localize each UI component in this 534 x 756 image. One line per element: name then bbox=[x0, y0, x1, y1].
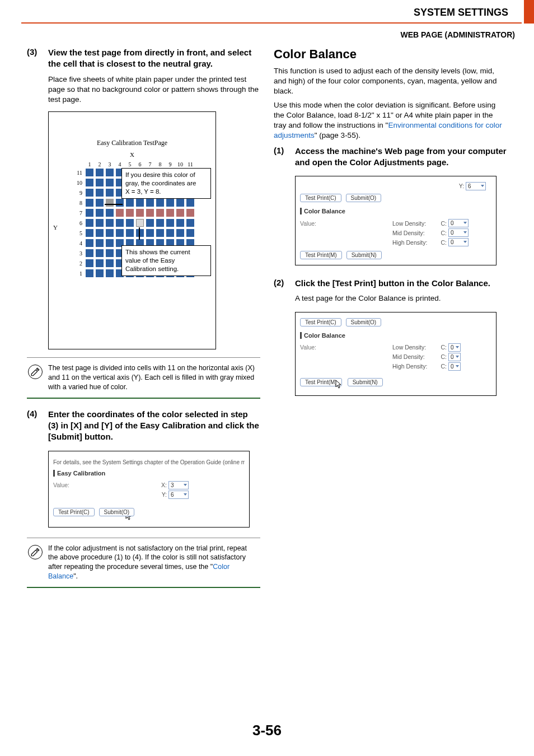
cb1-low-select[interactable]: 0 bbox=[448, 219, 469, 227]
cb1-mid-select[interactable]: 0 bbox=[448, 228, 469, 237]
step-3: (3) View the test page from directly in … bbox=[27, 47, 260, 70]
note-2-post: ". bbox=[73, 572, 78, 580]
cb-step-2-title: Click the [Test Print] button in the Col… bbox=[295, 278, 490, 289]
pencil-icon bbox=[28, 545, 43, 559]
callout-2-line: value of the Easy bbox=[125, 256, 207, 265]
callout-2: This shows the current value of the Easy… bbox=[121, 245, 211, 276]
cb1-mid-label: Mid Density: bbox=[392, 230, 439, 236]
cb1-y-select[interactable]: 6 bbox=[466, 182, 486, 190]
col-label: 2 bbox=[95, 161, 105, 167]
current-cell bbox=[136, 219, 144, 227]
callout-2-line: Calibration setting. bbox=[125, 265, 207, 273]
test-print-button[interactable]: Test Print(M) bbox=[300, 251, 342, 259]
easycal-x-value: 3 bbox=[171, 482, 174, 488]
cb-para-2: Use this mode when the color deviation i… bbox=[274, 100, 507, 141]
note-1-text: The test page is divided into cells with… bbox=[48, 363, 260, 392]
row-label: 4 bbox=[71, 240, 85, 246]
right-column: Color Balance This function is used to a… bbox=[274, 47, 507, 588]
cb-step-1-num: (1) bbox=[274, 146, 289, 169]
submit-button[interactable]: Submit(O) bbox=[346, 194, 382, 202]
color-balance-box-1: Y: 6 Test Print(C) Submit(O) Color Balan… bbox=[295, 176, 496, 265]
cb-step-2: (2) Click the [Test Print] button in the… bbox=[274, 278, 507, 289]
col-label: 11 bbox=[185, 161, 195, 167]
cb-step-1: (1) Access the machine's Web page from y… bbox=[274, 146, 507, 169]
cb1-low-value: 0 bbox=[451, 220, 454, 226]
easycal-value-label: Value: bbox=[53, 482, 160, 488]
cb2-mid-value: 0 bbox=[451, 354, 454, 360]
step-3-num: (3) bbox=[27, 47, 43, 70]
cb1-high-value: 0 bbox=[451, 239, 454, 245]
submit-button[interactable]: Submit(O) bbox=[99, 508, 135, 516]
testpage-illustration: Easy Calibration TestPage X Y 1 2 3 4 5 … bbox=[48, 111, 216, 349]
row-label: 10 bbox=[71, 180, 85, 186]
cb2-high-select[interactable]: 0 bbox=[448, 362, 461, 371]
cb1-heading: Color Balance bbox=[300, 208, 491, 214]
cb2-value-label: Value: bbox=[300, 344, 392, 351]
cb2-high-value: 0 bbox=[451, 363, 454, 370]
callout-2-line: This shows the current bbox=[125, 248, 207, 256]
row-label: 7 bbox=[71, 210, 85, 216]
cb1-mid-value: 0 bbox=[451, 230, 454, 236]
submit-button[interactable]: Submit(N) bbox=[346, 251, 382, 259]
callout-1-line: gray, the coordinates are bbox=[125, 179, 207, 188]
cb1-value-label: Value: bbox=[300, 220, 392, 227]
cursor-icon bbox=[335, 380, 343, 390]
cb-para-1: This function is used to adjust each of … bbox=[274, 66, 507, 97]
cb-para-2b: " (page 3-55). bbox=[315, 131, 360, 139]
row-label: 8 bbox=[71, 200, 85, 206]
cb2-low-select[interactable]: 0 bbox=[448, 343, 461, 352]
col-label: 4 bbox=[115, 161, 125, 167]
easycal-x-select[interactable]: 3 bbox=[168, 481, 189, 489]
page-number: 3-56 bbox=[0, 722, 534, 739]
submit-button[interactable]: Submit(N) bbox=[348, 378, 383, 386]
step-3-title: View the test page from directly in fron… bbox=[48, 47, 260, 70]
cb2-mid-label: Mid Density: bbox=[392, 353, 439, 360]
easycal-y-value: 6 bbox=[171, 492, 174, 498]
cb1-high-select[interactable]: 0 bbox=[448, 238, 469, 246]
step-4: (4) Enter the coordinates of the color s… bbox=[27, 409, 260, 443]
step-4-title: Enter the coordinates of the color selec… bbox=[48, 409, 260, 443]
testpage-y-label: Y bbox=[53, 224, 58, 231]
test-print-button[interactable]: Test Print(C) bbox=[53, 508, 95, 516]
testpage-x-label: X bbox=[49, 151, 216, 158]
row-label: 11 bbox=[71, 170, 85, 176]
cb2-mid-select[interactable]: 0 bbox=[448, 353, 461, 361]
pencil-icon bbox=[28, 365, 43, 379]
callout-1-line: X = 3, Y = 8. bbox=[125, 188, 207, 196]
easycal-top-text: For details, see the System Settings cha… bbox=[53, 459, 245, 465]
test-print-button[interactable]: Test Print(C) bbox=[300, 194, 341, 202]
cb2-c-label: C: bbox=[439, 344, 448, 351]
row-label: 3 bbox=[71, 250, 85, 256]
test-print-button[interactable]: Test Print(C) bbox=[300, 318, 341, 326]
cb1-y-label: Y: bbox=[459, 183, 464, 189]
easycal-y-label: Y: bbox=[160, 491, 168, 498]
note-2: If the color adjustment is not satisfact… bbox=[27, 538, 260, 589]
step-3-body: Place five sheets of white plain paper u… bbox=[48, 74, 260, 105]
col-label: 8 bbox=[155, 161, 165, 167]
col-label: 5 bbox=[125, 161, 135, 167]
cb2-heading: Color Balance bbox=[300, 332, 491, 339]
note-1: The test page is divided into cells with… bbox=[27, 357, 260, 399]
easy-calibration-box: For details, see the System Settings cha… bbox=[48, 451, 250, 528]
cb-step-2-body: A test page for the Color Balance is pri… bbox=[295, 293, 507, 304]
submit-button[interactable]: Submit(O) bbox=[346, 318, 382, 326]
left-column: (3) View the test page from directly in … bbox=[27, 47, 260, 588]
easycal-y-select[interactable]: 6 bbox=[168, 491, 189, 499]
color-balance-box-2: Test Print(C) Submit(O) Color Balance Va… bbox=[295, 312, 496, 396]
cb1-c-label: C: bbox=[439, 220, 448, 227]
testpage-col-labels: 1 2 3 4 5 6 7 8 9 10 11 bbox=[85, 161, 205, 167]
cb2-low-value: 0 bbox=[451, 344, 454, 351]
header-title: SYSTEM SETTINGS bbox=[414, 7, 508, 18]
cb1-y-value: 6 bbox=[468, 183, 471, 189]
col-label: 9 bbox=[165, 161, 175, 167]
cb1-c-label: C: bbox=[439, 239, 448, 246]
cb2-c-label: C: bbox=[439, 363, 448, 370]
subheader: WEB PAGE (ADMINISTRATOR) bbox=[400, 30, 515, 39]
row-label: 2 bbox=[71, 260, 85, 267]
row-label: 6 bbox=[71, 220, 85, 226]
cb1-low-label: Low Density: bbox=[392, 220, 439, 227]
callout-1-arrow bbox=[105, 204, 123, 204]
cb1-high-label: High Density: bbox=[392, 239, 439, 246]
callout-1-line: If you desire this color of bbox=[125, 171, 207, 179]
col-label: 3 bbox=[105, 161, 115, 167]
